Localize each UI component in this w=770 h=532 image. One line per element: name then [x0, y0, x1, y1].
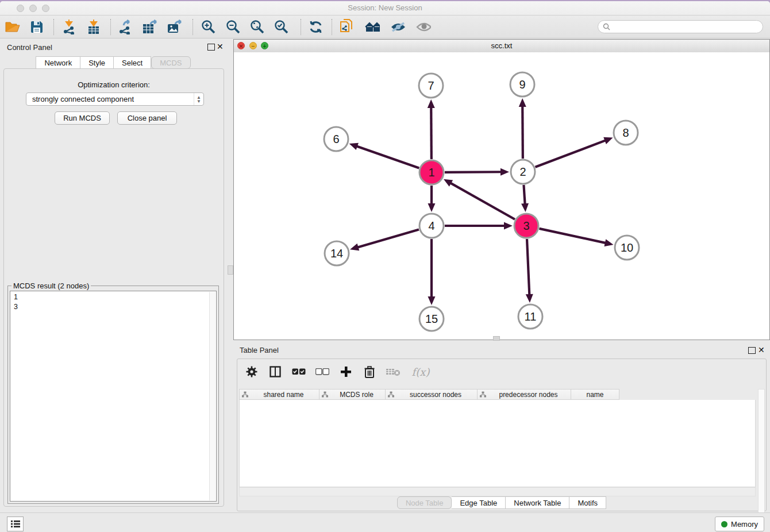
memory-label: Memory	[731, 520, 758, 529]
edge-4-14[interactable]	[357, 229, 419, 247]
criterion-dropdown[interactable]: strongly connected component ▲▼	[26, 92, 204, 106]
node-label-3: 3	[523, 219, 529, 232]
zoom-out-icon[interactable]	[226, 20, 241, 34]
tab-motifs[interactable]: Motifs	[569, 496, 606, 509]
zoom-in-icon[interactable]	[201, 20, 216, 34]
node-label-7: 7	[428, 79, 434, 92]
search-input[interactable]	[613, 22, 763, 32]
network-window-titlebar[interactable]: ✕ − + scc.txt	[234, 40, 769, 53]
table-horizontal-scrollbar[interactable]	[239, 487, 756, 496]
tab-style[interactable]: Style	[80, 56, 114, 69]
node-label-15: 15	[425, 313, 438, 325]
edge-arrowhead	[428, 99, 435, 108]
mcds-panel: Optimization criterion: strongly connect…	[3, 68, 224, 507]
memory-button[interactable]: Memory	[715, 516, 764, 531]
node-label-10: 10	[621, 241, 633, 254]
edge-1-6[interactable]	[356, 146, 419, 168]
edge-arrowhead	[605, 239, 614, 246]
table-panel-title: Table Panel	[240, 346, 279, 354]
clone-network-icon[interactable]	[339, 20, 354, 34]
table-tabs: Node TableEdge TableNetwork TableMotifs	[237, 496, 766, 509]
open-file-icon[interactable]	[5, 20, 20, 34]
table-float-icon[interactable]	[748, 347, 756, 354]
zoom-selected-icon[interactable]	[274, 20, 289, 34]
network-view-window: ✕ − + scc.txt 1234678910111415	[233, 39, 770, 340]
tab-edge-table[interactable]: Edge Table	[452, 496, 506, 509]
close-panel-icon[interactable]: ✕	[217, 42, 224, 51]
import-table-icon[interactable]	[86, 20, 101, 34]
window-title: Session: New Session	[0, 3, 770, 12]
edge-arrowhead	[519, 98, 526, 107]
node-label-4: 4	[428, 219, 434, 232]
result-scrollbar[interactable]	[209, 292, 215, 500]
tab-mcds[interactable]: MCDS	[151, 56, 190, 69]
edge-2-8[interactable]	[536, 140, 606, 167]
add-column-icon[interactable]	[338, 364, 353, 379]
reset-view-icon[interactable]	[365, 20, 380, 34]
node-label-9: 9	[519, 78, 525, 91]
column-header-MCDS-role[interactable]: MCDS role	[319, 389, 386, 400]
control-panel-header: Control Panel ✕	[0, 39, 226, 55]
table-body-background[interactable]	[239, 400, 756, 487]
app-window: Session: New Session	[0, 1, 770, 532]
table-settings-icon[interactable]	[244, 364, 259, 379]
edge-arrowhead	[504, 222, 513, 230]
tab-network[interactable]: Network	[36, 56, 80, 69]
toolbar-separator	[53, 19, 54, 35]
edge-3-10[interactable]	[539, 229, 606, 243]
refresh-layout-icon[interactable]	[309, 20, 324, 34]
edge-1-7[interactable]	[431, 107, 432, 159]
mcds-result-title: MCDS result (2 nodes)	[11, 282, 91, 290]
canvas-resize-handle[interactable]	[493, 336, 500, 341]
column-label: MCDS role	[328, 391, 385, 399]
import-network-icon[interactable]	[61, 20, 76, 34]
run-mcds-button[interactable]: Run MCDS	[55, 111, 110, 125]
split-columns-icon[interactable]	[268, 364, 283, 379]
close-panel-button[interactable]: Close panel	[117, 111, 177, 125]
tab-network-table[interactable]: Network Table	[506, 496, 569, 509]
edge-3-1[interactable]	[450, 183, 515, 219]
edge-1-2[interactable]	[445, 172, 502, 172]
float-panel-icon[interactable]	[207, 44, 215, 51]
export-network-icon[interactable]	[118, 20, 133, 34]
toolbar-separator	[301, 19, 301, 35]
search-field[interactable]	[598, 20, 763, 33]
zoom-fit-icon[interactable]	[250, 20, 265, 34]
mcds-result-area[interactable]: 13	[10, 291, 217, 502]
column-label: successor nodes	[394, 391, 477, 399]
titlebar: Session: New Session	[0, 1, 770, 16]
delete-table-icon[interactable]	[386, 364, 401, 379]
column-header-name[interactable]: name	[571, 389, 619, 400]
table-panel-header: Table Panel ✕	[233, 344, 770, 358]
save-session-icon[interactable]	[29, 20, 44, 34]
edge-arrowhead	[349, 143, 359, 150]
edge-2-9[interactable]	[522, 106, 523, 159]
function-builder-icon[interactable]: f(x)	[409, 364, 432, 379]
control-panel-title: Control Panel	[7, 43, 52, 52]
toolbar-separator	[192, 19, 193, 35]
network-canvas[interactable]: 1234678910111415	[234, 52, 769, 340]
column-header-shared-name[interactable]: shared name	[239, 389, 319, 400]
show-all-icon[interactable]	[416, 20, 431, 34]
vertical-splitter-handle[interactable]	[228, 265, 233, 275]
table-close-icon[interactable]: ✕	[758, 345, 765, 354]
select-all-columns-icon[interactable]	[291, 364, 306, 379]
edge-arrowhead	[350, 244, 359, 250]
edge-2-3[interactable]	[523, 185, 525, 205]
export-image-icon[interactable]	[167, 20, 182, 34]
column-label: name	[571, 391, 619, 399]
task-history-button[interactable]	[7, 516, 24, 531]
tab-select[interactable]: Select	[114, 56, 151, 69]
hide-selected-icon[interactable]	[390, 20, 405, 34]
search-icon	[603, 23, 610, 30]
hierarchy-icon	[480, 391, 486, 398]
delete-column-icon[interactable]	[362, 364, 377, 379]
column-header-successor-nodes[interactable]: successor nodes	[386, 389, 478, 400]
tab-node-table[interactable]: Node Table	[397, 496, 452, 509]
deselect-all-columns-icon[interactable]	[315, 364, 330, 379]
dropdown-stepper-icon: ▲▼	[194, 93, 203, 105]
edge-3-11[interactable]	[527, 239, 529, 295]
node-label-1: 1	[428, 166, 434, 179]
column-header-predecessor-nodes[interactable]: predecessor nodes	[478, 389, 571, 400]
export-table-icon[interactable]	[143, 20, 157, 34]
